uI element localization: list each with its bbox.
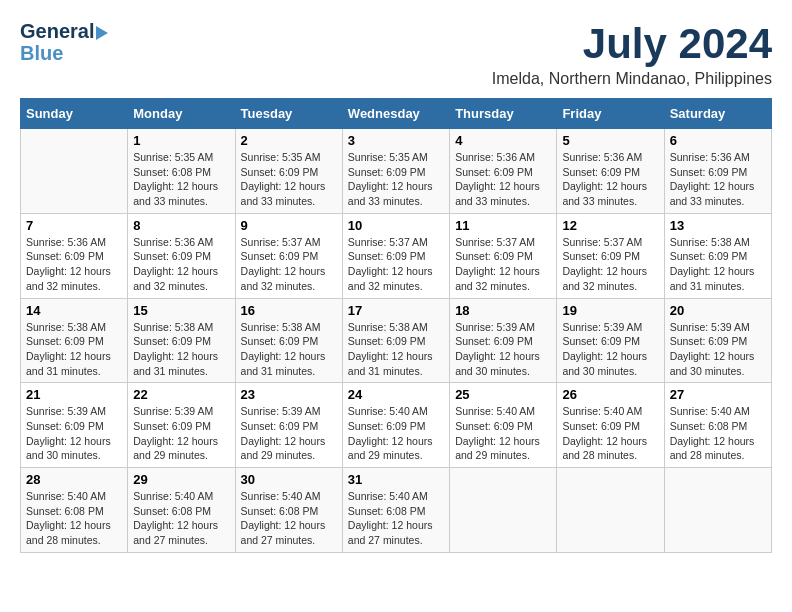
day-info: Sunrise: 5:38 AM Sunset: 6:09 PM Dayligh…: [670, 235, 766, 294]
day-info: Sunrise: 5:37 AM Sunset: 6:09 PM Dayligh…: [455, 235, 551, 294]
day-info: Sunrise: 5:40 AM Sunset: 6:09 PM Dayligh…: [348, 404, 444, 463]
calendar-cell: 14Sunrise: 5:38 AM Sunset: 6:09 PM Dayli…: [21, 298, 128, 383]
day-info: Sunrise: 5:38 AM Sunset: 6:09 PM Dayligh…: [241, 320, 337, 379]
day-info: Sunrise: 5:36 AM Sunset: 6:09 PM Dayligh…: [670, 150, 766, 209]
calendar-week-row: 14Sunrise: 5:38 AM Sunset: 6:09 PM Dayli…: [21, 298, 772, 383]
calendar-cell: 13Sunrise: 5:38 AM Sunset: 6:09 PM Dayli…: [664, 213, 771, 298]
day-info: Sunrise: 5:35 AM Sunset: 6:08 PM Dayligh…: [133, 150, 229, 209]
day-info: Sunrise: 5:40 AM Sunset: 6:08 PM Dayligh…: [348, 489, 444, 548]
day-info: Sunrise: 5:40 AM Sunset: 6:09 PM Dayligh…: [455, 404, 551, 463]
day-info: Sunrise: 5:39 AM Sunset: 6:09 PM Dayligh…: [133, 404, 229, 463]
calendar-week-row: 28Sunrise: 5:40 AM Sunset: 6:08 PM Dayli…: [21, 468, 772, 553]
day-info: Sunrise: 5:39 AM Sunset: 6:09 PM Dayligh…: [562, 320, 658, 379]
header-tuesday: Tuesday: [235, 99, 342, 129]
calendar-cell: 11Sunrise: 5:37 AM Sunset: 6:09 PM Dayli…: [450, 213, 557, 298]
day-number: 19: [562, 303, 658, 318]
calendar-cell: 3Sunrise: 5:35 AM Sunset: 6:09 PM Daylig…: [342, 129, 449, 214]
calendar-cell: 10Sunrise: 5:37 AM Sunset: 6:09 PM Dayli…: [342, 213, 449, 298]
day-info: Sunrise: 5:39 AM Sunset: 6:09 PM Dayligh…: [241, 404, 337, 463]
day-info: Sunrise: 5:39 AM Sunset: 6:09 PM Dayligh…: [455, 320, 551, 379]
calendar-table: SundayMondayTuesdayWednesdayThursdayFrid…: [20, 98, 772, 553]
day-number: 1: [133, 133, 229, 148]
day-number: 11: [455, 218, 551, 233]
day-number: 23: [241, 387, 337, 402]
day-number: 6: [670, 133, 766, 148]
header-thursday: Thursday: [450, 99, 557, 129]
day-info: Sunrise: 5:35 AM Sunset: 6:09 PM Dayligh…: [241, 150, 337, 209]
calendar-cell: 1Sunrise: 5:35 AM Sunset: 6:08 PM Daylig…: [128, 129, 235, 214]
calendar-cell: 5Sunrise: 5:36 AM Sunset: 6:09 PM Daylig…: [557, 129, 664, 214]
calendar-cell: [450, 468, 557, 553]
calendar-week-row: 7Sunrise: 5:36 AM Sunset: 6:09 PM Daylig…: [21, 213, 772, 298]
logo-general: General: [20, 20, 94, 42]
day-info: Sunrise: 5:39 AM Sunset: 6:09 PM Dayligh…: [26, 404, 122, 463]
day-number: 2: [241, 133, 337, 148]
calendar-cell: 18Sunrise: 5:39 AM Sunset: 6:09 PM Dayli…: [450, 298, 557, 383]
header-sunday: Sunday: [21, 99, 128, 129]
calendar-cell: 31Sunrise: 5:40 AM Sunset: 6:08 PM Dayli…: [342, 468, 449, 553]
calendar-header-row: SundayMondayTuesdayWednesdayThursdayFrid…: [21, 99, 772, 129]
calendar-cell: 27Sunrise: 5:40 AM Sunset: 6:08 PM Dayli…: [664, 383, 771, 468]
day-number: 8: [133, 218, 229, 233]
logo-arrow-icon: [96, 26, 108, 40]
day-info: Sunrise: 5:40 AM Sunset: 6:08 PM Dayligh…: [241, 489, 337, 548]
day-number: 25: [455, 387, 551, 402]
title-section: July 2024 Imelda, Northern Mindanao, Phi…: [492, 20, 772, 88]
day-info: Sunrise: 5:36 AM Sunset: 6:09 PM Dayligh…: [133, 235, 229, 294]
day-number: 26: [562, 387, 658, 402]
calendar-cell: 29Sunrise: 5:40 AM Sunset: 6:08 PM Dayli…: [128, 468, 235, 553]
calendar-cell: 8Sunrise: 5:36 AM Sunset: 6:09 PM Daylig…: [128, 213, 235, 298]
calendar-cell: 6Sunrise: 5:36 AM Sunset: 6:09 PM Daylig…: [664, 129, 771, 214]
day-number: 18: [455, 303, 551, 318]
calendar-cell: 16Sunrise: 5:38 AM Sunset: 6:09 PM Dayli…: [235, 298, 342, 383]
day-info: Sunrise: 5:37 AM Sunset: 6:09 PM Dayligh…: [562, 235, 658, 294]
day-number: 16: [241, 303, 337, 318]
calendar-cell: 23Sunrise: 5:39 AM Sunset: 6:09 PM Dayli…: [235, 383, 342, 468]
page-title: July 2024: [492, 20, 772, 68]
calendar-cell: 15Sunrise: 5:38 AM Sunset: 6:09 PM Dayli…: [128, 298, 235, 383]
calendar-cell: 2Sunrise: 5:35 AM Sunset: 6:09 PM Daylig…: [235, 129, 342, 214]
header-saturday: Saturday: [664, 99, 771, 129]
day-number: 29: [133, 472, 229, 487]
calendar-cell: 17Sunrise: 5:38 AM Sunset: 6:09 PM Dayli…: [342, 298, 449, 383]
day-number: 30: [241, 472, 337, 487]
calendar-cell: 9Sunrise: 5:37 AM Sunset: 6:09 PM Daylig…: [235, 213, 342, 298]
day-info: Sunrise: 5:40 AM Sunset: 6:08 PM Dayligh…: [26, 489, 122, 548]
day-number: 24: [348, 387, 444, 402]
header-wednesday: Wednesday: [342, 99, 449, 129]
calendar-cell: [664, 468, 771, 553]
day-info: Sunrise: 5:36 AM Sunset: 6:09 PM Dayligh…: [562, 150, 658, 209]
day-info: Sunrise: 5:37 AM Sunset: 6:09 PM Dayligh…: [241, 235, 337, 294]
header-friday: Friday: [557, 99, 664, 129]
logo-blue: Blue: [20, 42, 108, 64]
page-subtitle: Imelda, Northern Mindanao, Philippines: [492, 70, 772, 88]
day-number: 21: [26, 387, 122, 402]
day-number: 5: [562, 133, 658, 148]
calendar-cell: 26Sunrise: 5:40 AM Sunset: 6:09 PM Dayli…: [557, 383, 664, 468]
day-number: 12: [562, 218, 658, 233]
calendar-cell: 22Sunrise: 5:39 AM Sunset: 6:09 PM Dayli…: [128, 383, 235, 468]
calendar-cell: 21Sunrise: 5:39 AM Sunset: 6:09 PM Dayli…: [21, 383, 128, 468]
logo: General Blue: [20, 20, 108, 64]
day-info: Sunrise: 5:38 AM Sunset: 6:09 PM Dayligh…: [26, 320, 122, 379]
day-number: 4: [455, 133, 551, 148]
calendar-week-row: 21Sunrise: 5:39 AM Sunset: 6:09 PM Dayli…: [21, 383, 772, 468]
day-number: 28: [26, 472, 122, 487]
calendar-cell: 12Sunrise: 5:37 AM Sunset: 6:09 PM Dayli…: [557, 213, 664, 298]
day-info: Sunrise: 5:40 AM Sunset: 6:08 PM Dayligh…: [670, 404, 766, 463]
calendar-cell: 19Sunrise: 5:39 AM Sunset: 6:09 PM Dayli…: [557, 298, 664, 383]
calendar-cell: [21, 129, 128, 214]
day-info: Sunrise: 5:36 AM Sunset: 6:09 PM Dayligh…: [26, 235, 122, 294]
day-number: 27: [670, 387, 766, 402]
day-info: Sunrise: 5:40 AM Sunset: 6:09 PM Dayligh…: [562, 404, 658, 463]
day-number: 22: [133, 387, 229, 402]
calendar-cell: 28Sunrise: 5:40 AM Sunset: 6:08 PM Dayli…: [21, 468, 128, 553]
day-number: 9: [241, 218, 337, 233]
day-number: 31: [348, 472, 444, 487]
day-info: Sunrise: 5:36 AM Sunset: 6:09 PM Dayligh…: [455, 150, 551, 209]
calendar-cell: 30Sunrise: 5:40 AM Sunset: 6:08 PM Dayli…: [235, 468, 342, 553]
day-number: 3: [348, 133, 444, 148]
day-info: Sunrise: 5:38 AM Sunset: 6:09 PM Dayligh…: [348, 320, 444, 379]
day-number: 7: [26, 218, 122, 233]
day-number: 20: [670, 303, 766, 318]
